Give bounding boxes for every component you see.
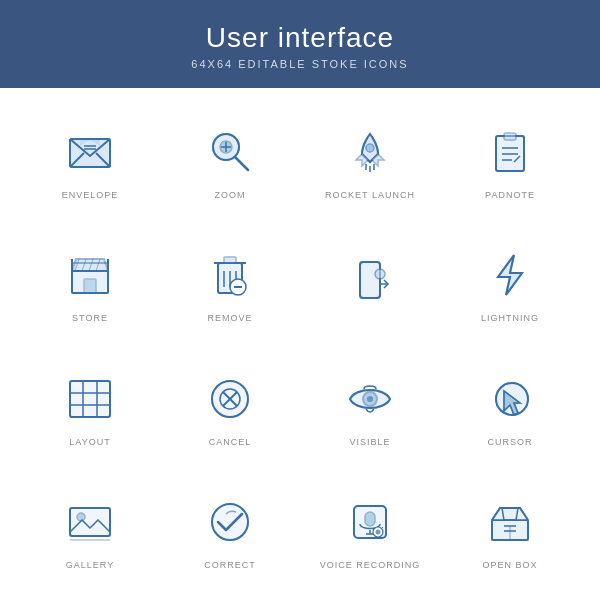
svg-rect-70 xyxy=(365,512,375,526)
rocket-label: ROCKET LAUNCH xyxy=(325,190,415,200)
envelope-icon xyxy=(58,120,122,184)
svg-point-42 xyxy=(375,269,385,279)
visible-icon xyxy=(338,367,402,431)
page-header: User interface 64X64 EDITABLE STOKE ICON… xyxy=(0,0,600,88)
icon-cell-open-box[interactable]: OPEN BOX xyxy=(440,469,580,593)
layout-label: LAYOUT xyxy=(69,437,110,447)
svg-point-64 xyxy=(77,513,85,521)
icon-cell-voice-recording[interactable]: VOICE RECORDING xyxy=(300,469,440,593)
voice-recording-icon xyxy=(338,490,402,554)
lightning-label: LIGHTNING xyxy=(481,313,539,323)
icon-cell-cancel[interactable]: CANCEL xyxy=(160,345,300,469)
icon-cell-envelope[interactable]: ENVELOPE xyxy=(20,98,160,222)
padnote-icon xyxy=(478,120,542,184)
icon-grid: ENVELOPE ZOOM xyxy=(0,88,600,600)
cancel-icon xyxy=(198,367,262,431)
page-title: User interface xyxy=(0,22,600,54)
icon-cell-remove[interactable]: REMOVE xyxy=(160,222,300,346)
icon-cell-lightning[interactable]: LIGHTNING xyxy=(440,222,580,346)
correct-label: CORRECT xyxy=(204,560,256,570)
phone-share-icon xyxy=(338,248,402,312)
cursor-label: CURSOR xyxy=(487,437,532,447)
open-box-icon xyxy=(478,490,542,554)
svg-rect-25 xyxy=(84,279,96,293)
open-box-label: OPEN BOX xyxy=(482,560,537,570)
visible-label: VISIBLE xyxy=(349,437,390,447)
zoom-label: ZOOM xyxy=(215,190,246,200)
icon-cell-phone-share[interactable] xyxy=(300,222,440,346)
svg-point-74 xyxy=(376,530,381,535)
icon-cell-gallery[interactable]: GALLERY xyxy=(20,469,160,593)
padnote-label: PADNOTE xyxy=(485,190,535,200)
page-subtitle: 64X64 EDITABLE STOKE ICONS xyxy=(0,58,600,70)
icon-cell-store[interactable]: STORE xyxy=(20,222,160,346)
store-icon xyxy=(58,243,122,307)
svg-rect-34 xyxy=(224,257,236,263)
svg-rect-40 xyxy=(360,262,380,298)
remove-icon xyxy=(198,243,262,307)
rocket-launch-icon xyxy=(338,120,402,184)
layout-icon xyxy=(58,367,122,431)
store-label: STORE xyxy=(72,313,108,323)
remove-label: REMOVE xyxy=(207,313,252,323)
correct-icon xyxy=(198,490,262,554)
icon-cell-padnote[interactable]: PADNOTE xyxy=(440,98,580,222)
icon-cell-correct[interactable]: CORRECT xyxy=(160,469,300,593)
zoom-icon xyxy=(198,120,262,184)
gallery-label: GALLERY xyxy=(66,560,114,570)
svg-rect-62 xyxy=(70,508,110,536)
envelope-label: ENVELOPE xyxy=(62,190,119,200)
icon-cell-visible[interactable]: VISIBLE xyxy=(300,345,440,469)
svg-point-57 xyxy=(367,396,373,402)
voice-recording-label: VOICE RECORDING xyxy=(320,560,421,570)
icon-cell-cursor[interactable]: CURSOR xyxy=(440,345,580,469)
svg-point-13 xyxy=(366,144,374,152)
svg-line-9 xyxy=(235,157,248,170)
icon-cell-rocket[interactable]: ROCKET LAUNCH xyxy=(300,98,440,222)
svg-rect-19 xyxy=(504,133,516,140)
icon-cell-layout[interactable]: LAYOUT xyxy=(20,345,160,469)
svg-rect-45 xyxy=(70,381,110,417)
cancel-label: CANCEL xyxy=(209,437,252,447)
cursor-icon xyxy=(478,367,542,431)
lightning-icon xyxy=(478,243,542,307)
icon-cell-zoom[interactable]: ZOOM xyxy=(160,98,300,222)
gallery-icon xyxy=(58,490,122,554)
